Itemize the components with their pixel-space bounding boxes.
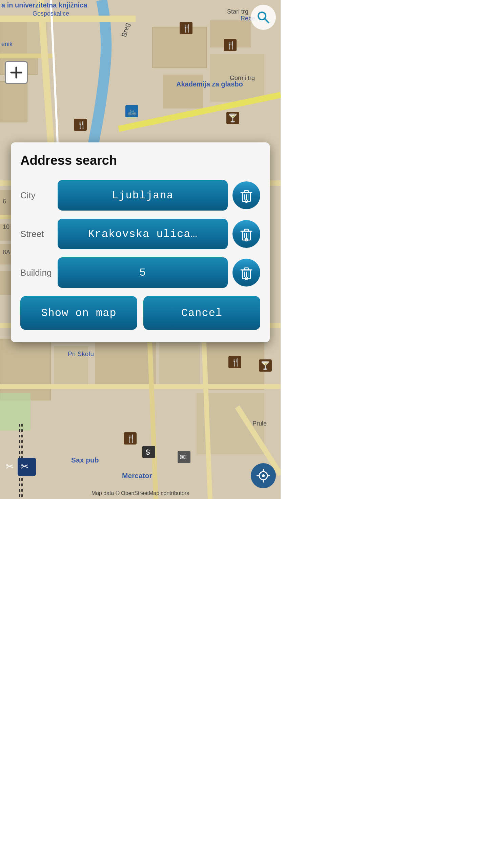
dialog-title: Address search (20, 153, 260, 168)
svg-text:🍴: 🍴 (226, 41, 236, 50)
svg-rect-93 (244, 191, 248, 193)
city-row: City Ljubljana (20, 180, 260, 211)
svg-text:Stari trg: Stari trg (227, 8, 248, 15)
map-attribution: Map data © OpenStreetMap contributors (0, 490, 281, 496)
building-delete-button[interactable] (232, 259, 260, 287)
search-button[interactable] (251, 5, 276, 30)
svg-text:Prule: Prule (252, 420, 267, 427)
svg-point-86 (262, 474, 265, 477)
svg-text:🍴: 🍴 (231, 358, 241, 367)
svg-text:🍴: 🍴 (182, 24, 192, 33)
svg-text:10: 10 (3, 223, 9, 230)
action-buttons: Show on map Cancel (20, 296, 260, 330)
building-button[interactable]: 5 (58, 257, 228, 288)
add-button[interactable] (5, 61, 28, 84)
svg-text:6: 6 (3, 198, 6, 205)
street-delete-button[interactable] (232, 220, 260, 248)
svg-rect-101 (244, 229, 248, 231)
street-row: Street Krakovska ulica… (20, 219, 260, 249)
building-label: Building (20, 268, 58, 278)
svg-text:Gornji trg: Gornji trg (230, 75, 255, 81)
svg-text:Mercator: Mercator (122, 472, 152, 479)
cancel-button[interactable]: Cancel (143, 296, 260, 330)
svg-text:Sax pub: Sax pub (71, 456, 99, 464)
location-button[interactable] (251, 463, 276, 488)
street-button[interactable]: Krakovska ulica… (58, 219, 228, 249)
svg-text:✉: ✉ (180, 453, 186, 461)
svg-text:Akademija za glasbo: Akademija za glasbo (176, 80, 243, 88)
svg-text:🍸: 🍸 (228, 113, 238, 123)
show-on-map-button[interactable]: Show on map (20, 296, 137, 330)
svg-text:Pri Skofu: Pri Skofu (68, 350, 94, 357)
address-search-dialog: Address search City Ljubljana Street Kra… (11, 142, 270, 342)
svg-rect-7 (163, 75, 203, 108)
svg-text:8A: 8A (3, 249, 10, 256)
city-button[interactable]: Ljubljana (58, 180, 228, 211)
svg-text:$: $ (146, 448, 150, 456)
svg-line-82 (265, 19, 269, 23)
svg-rect-4 (152, 27, 207, 68)
building-row: Building 5 (20, 257, 260, 288)
svg-text:🍴: 🍴 (77, 120, 86, 130)
svg-text:✂: ✂ (20, 461, 29, 472)
svg-rect-109 (244, 268, 248, 270)
city-label: City (20, 190, 58, 201)
svg-text:a in univerzitetna knjižnica: a in univerzitetna knjižnica (1, 1, 87, 9)
svg-rect-32 (0, 339, 51, 400)
svg-rect-38 (0, 393, 30, 431)
svg-text:✂: ✂ (5, 461, 14, 472)
svg-text:🍴: 🍴 (126, 434, 136, 443)
svg-text:🍸: 🍸 (260, 360, 270, 370)
svg-text:Gosposkalice: Gosposkalice (33, 10, 69, 17)
street-label: Street (20, 229, 58, 239)
svg-rect-2 (0, 81, 27, 122)
svg-text:enik: enik (1, 41, 13, 47)
city-delete-button[interactable] (232, 181, 260, 209)
svg-text:🚲: 🚲 (127, 107, 137, 116)
svg-rect-35 (159, 339, 200, 387)
